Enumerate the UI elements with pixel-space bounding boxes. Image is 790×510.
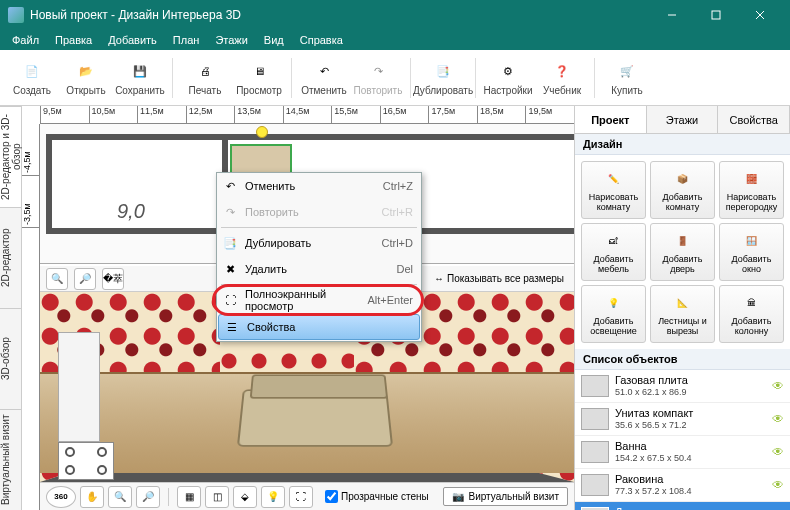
virtual-visit-button[interactable]: 📷 Виртуальный визит bbox=[443, 487, 568, 506]
context-menu[interactable]: ↶ОтменитьCtrl+Z↷ПовторитьCtrl+R📑Дублиров… bbox=[216, 172, 422, 342]
menu-4[interactable]: Этажи bbox=[207, 32, 255, 48]
show-dims-toggle[interactable]: ↔ Показывать все размеры bbox=[430, 273, 568, 284]
fit-2d-button[interactable]: �萃 bbox=[102, 268, 124, 290]
buy-button[interactable]: 🛒Купить bbox=[601, 53, 653, 103]
save-button[interactable]: 💾Сохранить bbox=[114, 53, 166, 103]
right-tabs: ПроектЭтажиСвойства bbox=[575, 106, 790, 134]
design-5[interactable]: 🪟Добавить окно bbox=[719, 223, 784, 281]
zoom-in-2d-button[interactable]: 🔍 bbox=[46, 268, 68, 290]
redo-icon: ↷ bbox=[222, 204, 238, 220]
view-walls-button[interactable]: ◫ bbox=[205, 486, 229, 508]
object-item[interactable]: Унитаз компакт35.6 x 56.5 x 71.2👁 bbox=[575, 403, 790, 436]
redo-button[interactable]: ↷Повторить bbox=[352, 53, 404, 103]
light-marker[interactable] bbox=[256, 126, 268, 138]
visibility-icon[interactable]: 👁 bbox=[772, 478, 784, 492]
design-label: Добавить колонну bbox=[722, 316, 781, 336]
vtab-0[interactable]: 2D-редактор и 3D-обзор bbox=[0, 106, 21, 207]
del-icon: ✖ bbox=[222, 261, 238, 277]
toolbar-label: Отменить bbox=[301, 85, 347, 96]
minimize-button[interactable] bbox=[650, 0, 694, 30]
object-item[interactable]: Диван193.8 x 101.3 x 99.9👁 bbox=[575, 502, 790, 510]
view-roof-button[interactable]: ⬙ bbox=[233, 486, 257, 508]
fridge-3d[interactable] bbox=[58, 332, 100, 442]
app-icon bbox=[8, 7, 24, 23]
vtab-1[interactable]: 2D-редактор bbox=[0, 207, 21, 308]
design-8[interactable]: 🏛Добавить колонну bbox=[719, 285, 784, 343]
pan-button[interactable]: ✋ bbox=[80, 486, 104, 508]
ctx-redo: ↷ПовторитьCtrl+R bbox=[217, 199, 421, 225]
open-button[interactable]: 📂Открыть bbox=[60, 53, 112, 103]
duplicate-button[interactable]: 📑Дублировать bbox=[417, 53, 469, 103]
rtab-Этажи[interactable]: Этажи bbox=[647, 106, 719, 133]
help-button[interactable]: ❓Учебник bbox=[536, 53, 588, 103]
print-button[interactable]: 🖨Печать bbox=[179, 53, 231, 103]
toolbar-label: Дублировать bbox=[413, 85, 473, 96]
zoom-in-3d-button[interactable]: 🔍 bbox=[108, 486, 132, 508]
close-button[interactable] bbox=[738, 0, 782, 30]
design-0[interactable]: ✏️Нарисовать комнату bbox=[581, 161, 646, 219]
ruler-tick: 15,5м bbox=[331, 106, 380, 123]
zoom-out-2d-button[interactable]: 🔎 bbox=[74, 268, 96, 290]
svg-rect-1 bbox=[712, 11, 720, 19]
design-2[interactable]: 🧱Нарисовать перегородку bbox=[719, 161, 784, 219]
undo-button[interactable]: ↶Отменить bbox=[298, 53, 350, 103]
design-grid: ✏️Нарисовать комнату📦Добавить комнату🧱На… bbox=[575, 155, 790, 349]
menu-0[interactable]: Файл bbox=[4, 32, 47, 48]
right-panel: ПроектЭтажиСвойства Дизайн ✏️Нарисовать … bbox=[574, 106, 790, 510]
stove-3d[interactable] bbox=[58, 442, 114, 480]
object-list[interactable]: Газовая плита51.0 x 62.1 x 86.9👁Унитаз к… bbox=[575, 370, 790, 510]
view-fullscreen-button[interactable]: ⛶ bbox=[289, 486, 313, 508]
menu-2[interactable]: Добавить bbox=[100, 32, 165, 48]
design-3[interactable]: 🛋Добавить мебель bbox=[581, 223, 646, 281]
rtab-Проект[interactable]: Проект bbox=[575, 106, 647, 133]
object-item[interactable]: Газовая плита51.0 x 62.1 x 86.9👁 bbox=[575, 370, 790, 403]
ruler-tick: 10,5м bbox=[89, 106, 138, 123]
design-icon: 🧱 bbox=[741, 168, 763, 190]
vtab-3[interactable]: Виртуальный визит bbox=[0, 409, 21, 510]
ctx-label: Полноэкранный просмотр bbox=[245, 288, 367, 312]
menu-3[interactable]: План bbox=[165, 32, 208, 48]
sofa-3d[interactable] bbox=[237, 389, 393, 446]
design-6[interactable]: 💡Добавить освещение bbox=[581, 285, 646, 343]
ctx-prop[interactable]: ☰Свойства bbox=[218, 314, 420, 340]
design-7[interactable]: 📐Лестницы и вырезы bbox=[650, 285, 715, 343]
menu-1[interactable]: Правка bbox=[47, 32, 100, 48]
settings-button[interactable]: ⚙Настройки bbox=[482, 53, 534, 103]
ctx-full[interactable]: ⛶Полноэкранный просмотрAlt+Enter bbox=[217, 287, 421, 313]
visibility-icon[interactable]: 👁 bbox=[772, 445, 784, 459]
ctx-dup[interactable]: 📑ДублироватьCtrl+D bbox=[217, 230, 421, 256]
rtab-Свойства[interactable]: Свойства bbox=[718, 106, 790, 133]
ruler-tick: 17,5м bbox=[428, 106, 477, 123]
design-icon: 💡 bbox=[603, 292, 625, 314]
zoom-out-3d-button[interactable]: 🔎 bbox=[136, 486, 160, 508]
menu-6[interactable]: Справка bbox=[292, 32, 351, 48]
transparent-walls-checkbox[interactable]: Прозрачные стены bbox=[325, 490, 429, 503]
object-item[interactable]: Ванна154.2 x 67.5 x 50.4👁 bbox=[575, 436, 790, 469]
prop-icon: ☰ bbox=[224, 319, 240, 335]
create-icon: 📄 bbox=[20, 59, 44, 83]
menu-5[interactable]: Вид bbox=[256, 32, 292, 48]
ruler-tick: 9,5м bbox=[40, 106, 89, 123]
visibility-icon[interactable]: 👁 bbox=[772, 379, 784, 393]
orbit-button[interactable]: 360 bbox=[46, 486, 76, 508]
object-item[interactable]: Раковина77.3 x 57.2 x 108.4👁 bbox=[575, 469, 790, 502]
toolbar-label: Купить bbox=[611, 85, 643, 96]
toolbar-label: Создать bbox=[13, 85, 51, 96]
ctx-shortcut: Ctrl+R bbox=[382, 206, 413, 218]
view-top-button[interactable]: ▦ bbox=[177, 486, 201, 508]
vtab-2[interactable]: 3D-обзор bbox=[0, 308, 21, 409]
menubar: ФайлПравкаДобавитьПланЭтажиВидСправка bbox=[0, 30, 790, 50]
help-icon: ❓ bbox=[550, 59, 574, 83]
design-4[interactable]: 🚪Добавить дверь bbox=[650, 223, 715, 281]
create-button[interactable]: 📄Создать bbox=[6, 53, 58, 103]
preview-icon: 🖥 bbox=[247, 59, 271, 83]
maximize-button[interactable] bbox=[694, 0, 738, 30]
object-name: Раковина bbox=[615, 473, 766, 486]
view-light-button[interactable]: 💡 bbox=[261, 486, 285, 508]
visibility-icon[interactable]: 👁 bbox=[772, 412, 784, 426]
preview-button[interactable]: 🖥Просмотр bbox=[233, 53, 285, 103]
ctx-del[interactable]: ✖УдалитьDel bbox=[217, 256, 421, 282]
design-1[interactable]: 📦Добавить комнату bbox=[650, 161, 715, 219]
undo-icon: ↶ bbox=[312, 59, 336, 83]
ctx-undo[interactable]: ↶ОтменитьCtrl+Z bbox=[217, 173, 421, 199]
